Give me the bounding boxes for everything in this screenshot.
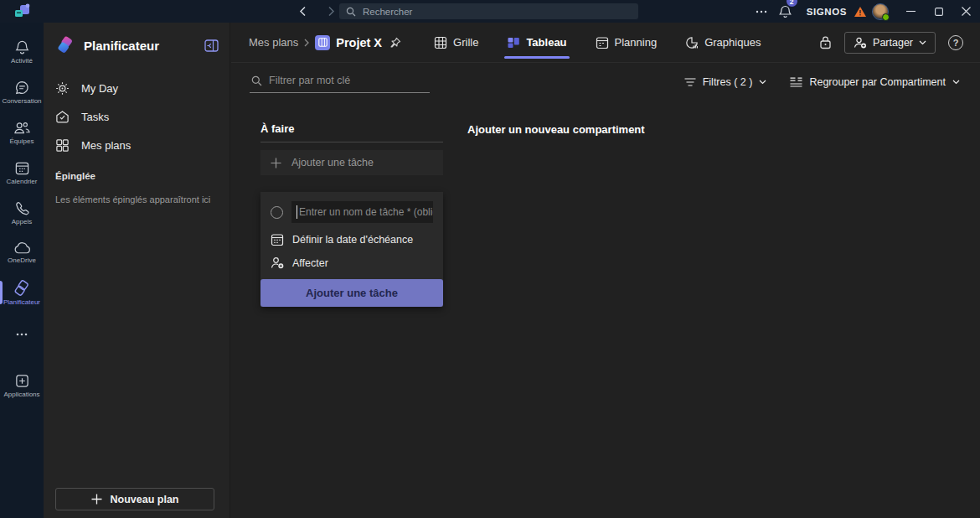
plan-chip-icon <box>315 35 330 50</box>
task-name-field[interactable] <box>291 201 433 223</box>
grid-table-icon <box>434 36 447 49</box>
planner-logo <box>55 35 75 55</box>
schedule-calendar-icon <box>596 36 609 49</box>
titlebar: 2 SIGNOS <box>0 0 980 23</box>
teams-window: 2 SIGNOS Activité <box>0 0 980 518</box>
rail-item-planner[interactable]: Planificateur <box>0 273 44 313</box>
keyword-filter-input[interactable] <box>269 75 428 86</box>
phone-icon <box>14 200 30 216</box>
people-icon <box>13 120 31 136</box>
rail-item-label: Calendrier <box>7 178 38 185</box>
tab-label: Planning <box>615 36 658 49</box>
plan-header: Mes plans Projet X Grille Tableau <box>231 23 980 63</box>
rail-item-label: Appels <box>12 218 32 225</box>
rail-item-teams[interactable]: Équipes <box>0 112 44 152</box>
filters-label: Filtres ( 2 ) <box>703 76 753 88</box>
bucket-column-a-faire: À faire Ajouter une tâche <box>260 122 443 307</box>
new-plan-button[interactable]: Nouveau plan <box>55 488 214 510</box>
global-search[interactable] <box>339 3 638 19</box>
text-caret <box>297 205 297 219</box>
tab-schedule[interactable]: Planning <box>593 23 660 63</box>
rail-item-label: Activité <box>11 57 33 65</box>
share-button[interactable]: Partager <box>844 32 936 54</box>
pin-icon[interactable] <box>389 37 401 49</box>
app-title: Planificateur <box>84 39 203 53</box>
filters-control[interactable]: Filtres ( 2 ) <box>684 76 767 88</box>
sidebar-item-label: Mes plans <box>81 139 131 152</box>
sidebar-item-my-day[interactable]: My Day <box>44 74 230 102</box>
chevron-down-icon <box>759 80 766 85</box>
sidebar-item-label: My Day <box>81 82 118 95</box>
set-due-date-button[interactable]: Définir la date d'échéance <box>260 233 443 246</box>
chevron-down-icon <box>952 80 960 85</box>
filter-icon <box>684 78 696 86</box>
plus-icon <box>271 158 281 168</box>
avatar[interactable] <box>872 3 889 20</box>
chevron-down-icon <box>919 40 926 45</box>
plan-view: Mes plans Projet X Grille Tableau <box>231 23 980 518</box>
forward-arrow-icon[interactable] <box>323 4 338 19</box>
collapse-panel-icon[interactable] <box>203 37 219 54</box>
group-by-label: Regrouper par Compartiment <box>809 76 946 88</box>
rail-item-chat[interactable]: Conversation <box>0 72 44 111</box>
board-icon <box>507 36 520 49</box>
calendar-icon <box>271 233 284 246</box>
person-add-icon <box>854 37 867 49</box>
tab-board[interactable]: Tableau <box>504 23 569 63</box>
sidebar-item-my-plans[interactable]: Mes plans <box>44 131 230 159</box>
back-arrow-icon[interactable] <box>295 4 310 19</box>
rail-item-calendar[interactable]: Calendrier <box>0 153 44 192</box>
account-name[interactable]: SIGNOS <box>807 7 847 17</box>
tab-grid[interactable]: Grille <box>431 23 481 63</box>
plan-title: Projet X <box>336 36 382 49</box>
tab-label: Graphiques <box>704 36 761 49</box>
add-task-button[interactable]: Ajouter une tâche <box>260 150 443 175</box>
maximize-button[interactable] <box>925 0 952 23</box>
group-by-control[interactable]: Regrouper par Compartiment <box>790 76 960 88</box>
apps-plus-icon <box>14 373 30 389</box>
rail-item-activity[interactable]: Activité <box>0 32 44 71</box>
rail-item-calls[interactable]: Appels <box>0 193 44 232</box>
bucket-title: À faire <box>260 122 443 142</box>
presence-available-icon <box>882 13 890 21</box>
help-button[interactable]: ? <box>948 35 963 50</box>
filter-row: Filtres ( 2 ) Regrouper par Compartiment <box>231 63 980 101</box>
sidebar-item-tasks[interactable]: Tasks <box>44 102 230 131</box>
lock-icon[interactable] <box>819 35 832 49</box>
rail-item-onedrive[interactable]: OneDrive <box>0 233 44 272</box>
task-name-input[interactable] <box>291 206 433 218</box>
rail-more-apps-icon[interactable] <box>0 320 44 349</box>
set-due-date-label: Définir la date d'échéance <box>292 234 413 246</box>
bell-icon <box>14 39 30 55</box>
tab-label: Grille <box>453 36 478 49</box>
add-task-submit-button[interactable]: Ajouter une tâche <box>260 279 443 307</box>
keyword-filter[interactable] <box>250 71 430 93</box>
search-icon <box>346 7 356 17</box>
new-task-card: Définir la date d'échéance Affecter Ajou… <box>260 192 443 307</box>
rail-item-label: Applications <box>3 391 39 398</box>
board: À faire Ajouter une tâche <box>231 101 980 307</box>
task-complete-circle[interactable] <box>271 206 283 219</box>
group-list-icon <box>790 77 802 87</box>
rail-item-label: Équipes <box>10 137 34 145</box>
breadcrumb-my-plans[interactable]: Mes plans <box>249 36 298 49</box>
warning-icon[interactable] <box>854 0 867 23</box>
tab-charts[interactable]: Graphiques <box>683 23 763 63</box>
more-icon[interactable] <box>756 0 767 23</box>
planner-sidebar: Planificateur My Day Tasks Mes plans Épi… <box>44 23 230 518</box>
view-tabs: Grille Tableau Planning Graphiques <box>431 23 787 63</box>
global-search-input[interactable] <box>363 7 632 17</box>
rail-item-label: OneDrive <box>8 256 36 264</box>
person-add-icon <box>271 256 284 269</box>
notifications-bell-icon[interactable]: 2 <box>779 0 792 23</box>
assign-button[interactable]: Affecter <box>260 256 443 269</box>
new-plan-label: Nouveau plan <box>111 494 179 505</box>
assign-label: Affecter <box>292 257 328 269</box>
sun-icon <box>55 81 70 96</box>
rail-item-apps[interactable]: Applications <box>0 365 44 405</box>
app-rail: Activité Conversation Équipes Calendrier… <box>0 23 44 518</box>
minimize-button[interactable] <box>897 0 925 23</box>
rail-item-label: Conversation <box>2 97 41 105</box>
close-button[interactable] <box>952 0 980 23</box>
add-bucket-button[interactable]: Ajouter un nouveau compartiment <box>467 122 645 136</box>
